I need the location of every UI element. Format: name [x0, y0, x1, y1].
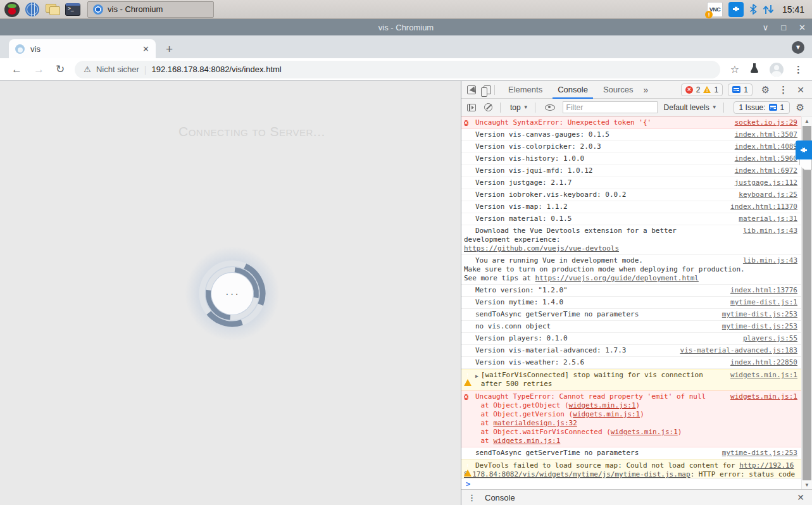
- tab-sources[interactable]: Sources: [598, 81, 639, 99]
- drawer-menu-icon[interactable]: ⋮: [468, 493, 476, 502]
- source-link[interactable]: index.html:4089: [735, 142, 797, 151]
- console-message: keyboard.js:25Version iobroker.vis-keybo…: [461, 189, 801, 201]
- taskbar-window-button[interactable]: vis - Chromium: [87, 1, 214, 18]
- drawer-close-icon[interactable]: ✕: [797, 492, 804, 502]
- address-bar[interactable]: ⚠ Nicht sicher | 192.168.178.84:8082/vis…: [75, 61, 720, 78]
- file-manager-launcher[interactable]: [44, 1, 61, 18]
- extension-flask-icon[interactable]: [749, 63, 759, 76]
- message-link[interactable]: https://vuejs.org/guide/deployment.html: [535, 274, 699, 282]
- console-sidebar-icon[interactable]: [467, 104, 476, 111]
- source-link[interactable]: index.html:22850: [730, 358, 797, 367]
- log-icon-cell: [464, 334, 473, 342]
- source-link[interactable]: lib.min.js:43: [743, 227, 797, 235]
- console-filter-input[interactable]: [563, 101, 658, 113]
- error-warning-badge[interactable]: ✕ 2 1: [681, 84, 723, 96]
- source-link[interactable]: keyboard.js:25: [739, 190, 797, 199]
- devtools-menu-icon[interactable]: ⋮: [778, 84, 788, 96]
- clear-console-icon[interactable]: [484, 103, 492, 111]
- bookmark-star-icon[interactable]: ☆: [730, 63, 739, 75]
- message-link[interactable]: https://github.com/vuejs/vue-devtools: [464, 244, 619, 253]
- issues-count: 1: [780, 103, 785, 112]
- inspect-element-icon[interactable]: [467, 85, 476, 94]
- expand-arrow-icon[interactable]: ▶: [475, 372, 478, 381]
- security-label[interactable]: Nicht sicher: [96, 65, 139, 74]
- back-button[interactable]: ←: [11, 63, 22, 76]
- error-icon: ✕: [464, 394, 468, 400]
- console-scrollbar[interactable]: ▲ ▼: [801, 117, 812, 489]
- window-titlebar: vis - Chromium ∨ □ ✕: [0, 19, 812, 35]
- message-text: Version justgage: 2.1.7: [475, 178, 572, 187]
- teamviewer-edge-panel[interactable]: [796, 140, 812, 171]
- console-message: players.js:55Version players: 0.1.0: [461, 333, 801, 345]
- tab-search-button[interactable]: ▼: [792, 41, 804, 54]
- devtools-close-icon[interactable]: ✕: [797, 85, 804, 95]
- new-tab-button[interactable]: +: [166, 43, 173, 55]
- source-link[interactable]: widgets.min.js:1: [730, 392, 797, 401]
- live-expression-eye-icon[interactable]: [545, 104, 555, 111]
- source-link[interactable]: justgage.js:112: [735, 178, 797, 187]
- browser-tab[interactable]: vis ✕: [9, 39, 156, 58]
- device-toolbar-icon[interactable]: [484, 85, 491, 94]
- maximize-button[interactable]: □: [781, 23, 786, 32]
- os-taskbar: >_ vis - Chromium VNC! 15:41: [0, 0, 812, 19]
- message-link[interactable]: widgets.min.js:1: [611, 428, 678, 436]
- issues-counter-button[interactable]: 1 Issue: 1: [734, 101, 790, 114]
- issues-badge[interactable]: 1: [728, 84, 753, 96]
- taskbar-clock: 15:41: [782, 4, 804, 15]
- log-levels-selector[interactable]: Default levels ▼: [664, 103, 717, 112]
- prompt-chevron-icon: >: [466, 480, 470, 489]
- close-window-button[interactable]: ✕: [799, 23, 806, 32]
- window-title: vis - Chromium: [378, 23, 434, 32]
- scroll-down-icon[interactable]: ▼: [802, 482, 812, 488]
- profile-avatar[interactable]: [770, 63, 784, 77]
- teamviewer-tray-icon[interactable]: [728, 2, 744, 17]
- source-link[interactable]: mytime-dist.js:253: [722, 449, 797, 458]
- source-link[interactable]: mytime-dist.js:1: [730, 298, 797, 307]
- console-message: index.html:13776Metro version: "1.2.0": [461, 285, 801, 297]
- source-link[interactable]: vis-material-advanced.js:183: [680, 346, 797, 355]
- raspberry-menu-button[interactable]: [4, 1, 20, 18]
- console-message: ▶widgets.min.js:1[waitForVisConnected] s…: [461, 369, 801, 390]
- source-link[interactable]: material.js:31: [739, 215, 797, 223]
- drawer-tab-console[interactable]: Console: [485, 493, 515, 502]
- page-url[interactable]: 192.168.178.84:8082/vis/index.html: [151, 65, 281, 74]
- browser-menu-icon[interactable]: ⋮: [794, 64, 803, 75]
- message-link[interactable]: materialdesign.js:32: [493, 419, 577, 427]
- source-link[interactable]: index.html:5960: [735, 154, 797, 163]
- source-link[interactable]: socket.io.js:29: [735, 118, 797, 127]
- scrollbar-thumb[interactable]: [803, 126, 811, 480]
- tab-close-icon[interactable]: ✕: [142, 44, 149, 54]
- terminal-launcher[interactable]: >_: [65, 1, 81, 18]
- source-link[interactable]: index.html:6972: [735, 166, 797, 175]
- tab-console[interactable]: Console: [553, 81, 593, 99]
- source-link[interactable]: mytime-dist.js:253: [722, 322, 797, 331]
- console-toolbar: top ▼ Default levels ▼ 1 Issue: 1 ⚙: [461, 99, 812, 116]
- more-tabs-icon[interactable]: »: [644, 85, 649, 95]
- source-link[interactable]: players.js:55: [743, 334, 797, 343]
- source-link[interactable]: index.html:11370: [730, 203, 797, 211]
- vnc-tray-icon[interactable]: VNC!: [707, 2, 723, 17]
- browser-launcher[interactable]: [24, 1, 41, 18]
- context-selector[interactable]: top ▼: [510, 103, 528, 112]
- message-link[interactable]: widgets.min.js:1: [569, 401, 636, 409]
- devtools-settings-icon[interactable]: ⚙: [761, 84, 770, 96]
- minimize-button[interactable]: ∨: [763, 23, 769, 32]
- scroll-up-icon[interactable]: ▲: [802, 118, 812, 124]
- reload-button[interactable]: ↻: [56, 63, 65, 76]
- console-settings-icon[interactable]: ⚙: [796, 102, 804, 113]
- forward-button[interactable]: →: [34, 63, 44, 76]
- source-link[interactable]: lib.min.js:43: [743, 256, 797, 265]
- bluetooth-icon[interactable]: [749, 4, 757, 15]
- teamviewer-flap: [799, 159, 812, 170]
- message-link[interactable]: widgets.min.js:1: [573, 410, 640, 418]
- console-prompt[interactable]: >: [461, 478, 812, 489]
- network-arrows-icon[interactable]: [763, 4, 774, 15]
- source-link[interactable]: index.html:3507: [735, 130, 797, 139]
- message-link[interactable]: widgets.min.js:1: [493, 437, 560, 445]
- source-link[interactable]: index.html:13776: [730, 286, 797, 295]
- source-link[interactable]: mytime-dist.js:253: [722, 310, 797, 319]
- message-segment: Version material: 0.1.5: [475, 215, 572, 223]
- tab-elements[interactable]: Elements: [503, 81, 547, 99]
- warning-icon-cell: [464, 371, 473, 379]
- source-link[interactable]: widgets.min.js:1: [730, 371, 797, 380]
